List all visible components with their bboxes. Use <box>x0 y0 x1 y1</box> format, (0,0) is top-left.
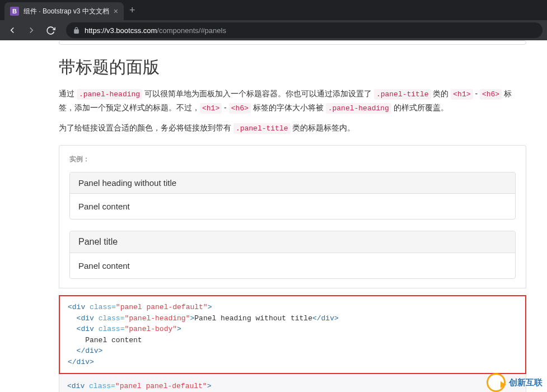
code-block-2: <div class="panel panel-default"> <div c… <box>59 374 526 392</box>
code-panel-title: .panel-title <box>233 123 291 134</box>
code-panel-heading: .panel-heading <box>77 89 142 100</box>
panel-body: Panel content <box>70 194 515 219</box>
back-button[interactable] <box>4 22 20 38</box>
url-text: https://v3.bootcss.com/components/#panel… <box>85 26 226 35</box>
example-panel-2: Panel title Panel content <box>69 231 516 279</box>
nav-bar: https://v3.bootcss.com/components/#panel… <box>0 20 547 40</box>
code-panel-title: .panel-title <box>374 89 431 100</box>
favicon: B <box>10 7 19 16</box>
panel-heading-title: Panel title <box>70 231 515 253</box>
tab-bar: B 组件 · Bootstrap v3 中文文档 × + <box>0 0 547 20</box>
watermark: 创新互联 <box>487 373 543 392</box>
example-label: 实例： <box>69 155 516 164</box>
forward-button[interactable] <box>24 22 39 38</box>
code-h1: <h1> <box>200 103 222 114</box>
section-heading: 带标题的面版 <box>59 56 526 79</box>
reload-button[interactable] <box>43 22 58 38</box>
code-h6: <h6> <box>229 103 251 114</box>
description-paragraph-1: 通过 .panel-heading 可以很简单地为面板加入一个标题容器。你也可以… <box>59 87 526 115</box>
address-bar[interactable]: https://v3.bootcss.com/components/#panel… <box>66 22 543 38</box>
tab-title: 组件 · Bootstrap v3 中文文档 <box>24 7 109 16</box>
code-h6: <h6> <box>480 89 502 100</box>
example-panel-1: Panel heading without title Panel conten… <box>69 172 516 220</box>
browser-tab[interactable]: B 组件 · Bootstrap v3 中文文档 × <box>4 2 124 20</box>
panel-heading: Panel heading without title <box>70 172 515 194</box>
code-panel-heading: .panel-heading <box>326 103 391 114</box>
prev-panel-edge <box>59 40 526 45</box>
close-icon[interactable]: × <box>114 7 118 16</box>
panel-body: Panel content <box>70 253 515 278</box>
new-tab-button[interactable]: + <box>124 4 141 16</box>
lock-icon <box>73 27 80 34</box>
example-box: 实例： Panel heading without title Panel co… <box>59 145 526 288</box>
watermark-text: 创新互联 <box>509 377 543 388</box>
code-block-highlighted: <div class="panel panel-default"> <div c… <box>59 295 526 374</box>
description-paragraph-2: 为了给链接设置合适的颜色，务必将链接放到带有 .panel-title 类的标题… <box>59 121 526 135</box>
page-content: 带标题的面版 通过 .panel-heading 可以很简单地为面板加入一个标题… <box>0 40 537 392</box>
code-h1: <h1> <box>451 89 473 100</box>
watermark-logo-icon <box>487 373 506 392</box>
browser-chrome: B 组件 · Bootstrap v3 中文文档 × + https://v3.… <box>0 0 547 40</box>
